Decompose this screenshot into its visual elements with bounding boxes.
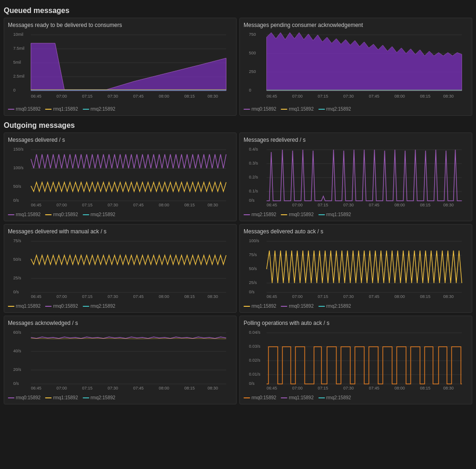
chart-polling-title: Polling operations with auto ack / s bbox=[244, 320, 468, 326]
svg-text:08:00: 08:00 bbox=[395, 203, 405, 207]
svg-text:07:00: 07:00 bbox=[57, 294, 67, 299]
legend-color bbox=[281, 109, 287, 110]
queued-charts-grid: Messages ready to be delivered to consum… bbox=[4, 18, 472, 116]
svg-text:08:15: 08:15 bbox=[185, 94, 195, 99]
legend-label: rmq1:15892 bbox=[289, 106, 313, 112]
legend-color bbox=[318, 397, 325, 398]
svg-text:07:15: 07:15 bbox=[82, 94, 93, 99]
svg-text:07:30: 07:30 bbox=[108, 203, 119, 207]
svg-text:07:45: 07:45 bbox=[369, 203, 380, 207]
legend-color bbox=[244, 397, 250, 398]
chart-delivered-area: 150/s 100/s 50/s 0/s 06:45 07:00 07:15 0… bbox=[8, 145, 232, 210]
legend-item: rmq0:15892 bbox=[8, 395, 40, 400]
svg-text:0.02/s: 0.02/s bbox=[249, 358, 261, 363]
legend-item: rmq1:15892 bbox=[8, 212, 40, 217]
svg-text:100/s: 100/s bbox=[249, 238, 260, 243]
chart-acknowledged-area: 60/s 40/s 20/s 0/s 06:45 07:00 07:15 07:… bbox=[8, 328, 232, 393]
svg-text:07:15: 07:15 bbox=[318, 386, 329, 390]
chart-auto-ack: Messages delivered auto ack / s 100/s 75… bbox=[239, 224, 472, 313]
legend-color bbox=[281, 214, 287, 215]
chart-acknowledged-title: Messages acknowledged / s bbox=[8, 320, 232, 326]
legend-color bbox=[244, 109, 250, 110]
legend-color bbox=[83, 109, 89, 110]
svg-text:08:00: 08:00 bbox=[395, 294, 405, 299]
svg-text:07:00: 07:00 bbox=[57, 386, 67, 390]
chart-pending-title: Messages pending consumer acknowledgemen… bbox=[244, 22, 468, 28]
legend-item: rmq1:15892 bbox=[244, 304, 276, 309]
chart-ready-area: 10mil 7.5mil 5mil 2.5mil 0 bbox=[8, 30, 232, 105]
chart-ready: Messages ready to be delivered to consum… bbox=[4, 18, 237, 116]
svg-text:25/s: 25/s bbox=[249, 280, 258, 285]
chart-acknowledged: Messages acknowledged / s 60/s 40/s 20/s… bbox=[4, 316, 237, 404]
svg-text:07:45: 07:45 bbox=[369, 386, 380, 390]
svg-text:08:30: 08:30 bbox=[443, 94, 454, 99]
chart-manual-ack: Messages delivered with manual ack / s 7… bbox=[4, 224, 237, 313]
queued-title: Queued messages bbox=[4, 4, 472, 18]
legend-label: rmq1:15892 bbox=[326, 212, 351, 217]
chart-delivered-legend: rmq1:15892 rmq0:15892 rmq2:15892 bbox=[8, 212, 232, 217]
legend-item: rmq2:15892 bbox=[83, 106, 115, 112]
svg-text:07:15: 07:15 bbox=[82, 386, 93, 390]
svg-text:07:00: 07:00 bbox=[292, 94, 303, 99]
outgoing-charts-grid: Messages delivered / s 150/s 100/s 50/s … bbox=[4, 132, 472, 404]
legend-label: rmq2:15892 bbox=[326, 106, 351, 112]
chart-pending: Messages pending consumer acknowledgemen… bbox=[239, 18, 472, 116]
legend-label: rmq1:15892 bbox=[251, 304, 276, 309]
legend-color bbox=[8, 306, 14, 307]
legend-label: rmq0:15892 bbox=[251, 395, 276, 400]
legend-item: rmq2:15892 bbox=[83, 395, 115, 400]
legend-item: rmq1:15892 bbox=[45, 395, 78, 400]
svg-text:07:45: 07:45 bbox=[133, 94, 144, 99]
chart-ready-title: Messages ready to be delivered to consum… bbox=[8, 22, 232, 28]
chart-delivered-title: Messages delivered / s bbox=[8, 137, 232, 143]
legend-label: rmq0:15892 bbox=[16, 106, 40, 112]
svg-text:750: 750 bbox=[249, 32, 256, 37]
legend-color bbox=[83, 397, 89, 398]
svg-text:08:00: 08:00 bbox=[395, 94, 405, 99]
legend-item: rmq2:15892 bbox=[244, 212, 276, 217]
legend-label: rmq2:15892 bbox=[91, 395, 115, 400]
legend-item: rmq1:15892 bbox=[318, 212, 351, 217]
svg-text:7.5mil: 7.5mil bbox=[13, 46, 25, 51]
svg-text:0.03/s: 0.03/s bbox=[249, 344, 261, 349]
legend-label: rmq1:15892 bbox=[16, 304, 40, 309]
legend-item: rmq2:15892 bbox=[83, 304, 115, 309]
svg-text:0: 0 bbox=[13, 88, 16, 92]
svg-text:08:30: 08:30 bbox=[443, 203, 454, 207]
svg-text:0/s: 0/s bbox=[249, 290, 255, 294]
legend-label: rmq1:15892 bbox=[53, 395, 78, 400]
outgoing-title: Outgoing messages bbox=[4, 119, 472, 132]
svg-text:0.1/s: 0.1/s bbox=[249, 189, 258, 193]
legend-color bbox=[318, 214, 325, 215]
svg-text:40/s: 40/s bbox=[13, 349, 22, 353]
chart-acknowledged-legend: rmq0:15892 rmq1:15892 rmq2:15892 bbox=[8, 395, 232, 400]
legend-color bbox=[83, 306, 89, 307]
chart-redelivered-title: Messages redelivered / s bbox=[244, 137, 468, 143]
legend-color bbox=[8, 214, 14, 215]
svg-text:08:30: 08:30 bbox=[208, 294, 218, 299]
legend-item: rmq0:15892 bbox=[244, 395, 276, 400]
legend-label: rmq1:15892 bbox=[289, 395, 313, 400]
svg-text:08:15: 08:15 bbox=[185, 294, 195, 299]
svg-text:08:15: 08:15 bbox=[420, 94, 431, 99]
svg-text:08:15: 08:15 bbox=[420, 203, 431, 207]
chart-redelivered-legend: rmq2:15892 rmq0:15892 rmq1:15892 bbox=[244, 212, 468, 217]
svg-text:07:15: 07:15 bbox=[82, 203, 93, 207]
legend-label: rmq2:15892 bbox=[91, 106, 115, 112]
chart-auto-ack-legend: rmq1:15892 rmq0:15892 rmq2:15892 bbox=[244, 304, 468, 309]
legend-label: rmq0:15892 bbox=[53, 304, 78, 309]
svg-text:5mil: 5mil bbox=[13, 60, 21, 65]
svg-text:08:00: 08:00 bbox=[159, 94, 170, 99]
legend-label: rmq0:15892 bbox=[53, 212, 78, 217]
chart-auto-ack-title: Messages delivered auto ack / s bbox=[244, 228, 468, 235]
legend-color bbox=[318, 109, 325, 110]
svg-text:07:30: 07:30 bbox=[344, 386, 354, 390]
legend-label: rmq2:15892 bbox=[91, 304, 115, 309]
svg-text:07:15: 07:15 bbox=[82, 294, 93, 299]
legend-color bbox=[244, 214, 250, 215]
svg-text:06:45: 06:45 bbox=[267, 203, 278, 207]
svg-text:07:45: 07:45 bbox=[133, 386, 144, 390]
svg-text:06:45: 06:45 bbox=[31, 203, 42, 207]
svg-text:0/s: 0/s bbox=[13, 381, 20, 386]
legend-item: rmq0:15892 bbox=[45, 304, 78, 309]
